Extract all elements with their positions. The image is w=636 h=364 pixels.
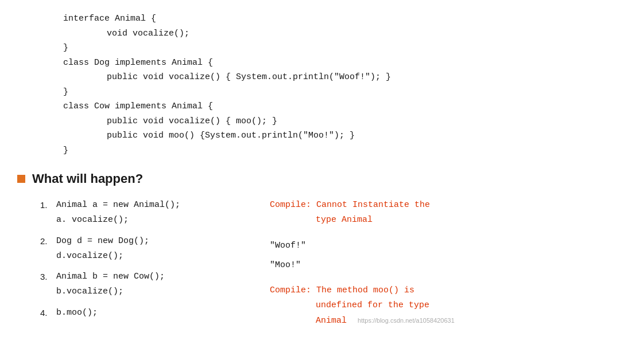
compile-message-2b: undefined for the type: [270, 300, 429, 310]
list-item: 3. Animal b = new Cow(); b.vocalize();: [40, 269, 247, 300]
section-title: What will happen?: [32, 171, 143, 186]
result-output-moo: "Moo!": [270, 258, 619, 273]
code-block: interface Animal { void vocalize(); } cl…: [17, 11, 619, 158]
section-header: What will happen?: [17, 171, 619, 186]
list-item: 4. b.moo();: [40, 306, 247, 320]
code-line-5: public void vocalize() { System.out.prin…: [63, 70, 619, 85]
code-line-9: public void moo() {System.out.println("M…: [63, 128, 619, 143]
item-code-2: Dog d = new Dog(); d.vocalize();: [56, 234, 149, 264]
item-number-3: 3.: [40, 269, 56, 300]
compile-message-1b: type Animal: [270, 215, 373, 225]
item-code-3: Animal b = new Cow(); b.vocalize();: [56, 269, 165, 300]
code-line-8: public void vocalize() { moo(); }: [63, 114, 619, 129]
code-line-6: }: [63, 85, 619, 100]
item-number-4: 4.: [40, 306, 56, 320]
item-number-1: 1.: [40, 198, 56, 228]
result-compile-1: Compile: Cannot Instantiate the type Ani…: [270, 198, 619, 228]
output-moo-text: "Moo!": [270, 260, 301, 270]
list-item: 2. Dog d = new Dog(); d.vocalize();: [40, 234, 247, 264]
content-area: 1. Animal a = new Animal(); a. vocalize(…: [17, 198, 619, 333]
result-compile-2: Compile: The method moo() is undefined f…: [270, 283, 619, 328]
code-line-2: void vocalize();: [63, 26, 619, 41]
item-number-2: 2.: [40, 234, 56, 264]
compile-message-1: Cannot Instantiate the: [316, 200, 430, 210]
code-line-3: }: [63, 41, 619, 56]
code-line-4: class Dog implements Animal {: [63, 56, 619, 71]
list-item: 1. Animal a = new Animal(); a. vocalize(…: [40, 198, 247, 228]
numbered-list: 1. Animal a = new Animal(); a. vocalize(…: [40, 198, 247, 333]
compile-message-2c: Animal: [270, 316, 347, 326]
compile-message-2a: The method moo() is: [316, 285, 414, 295]
result-output-woof: "Woof!": [270, 238, 619, 253]
code-line-10: }: [63, 143, 619, 158]
code-line-7: class Cow implements Animal {: [63, 99, 619, 114]
code-line-1: interface Animal {: [63, 11, 619, 26]
item-code-1: Animal a = new Animal(); a. vocalize();: [56, 198, 180, 228]
bullet-icon: [17, 175, 25, 183]
compile-label-2: Compile:: [270, 285, 316, 295]
watermark: https://blog.csdn.net/a1058420631: [352, 317, 455, 324]
results-area: Compile: Cannot Instantiate the type Ani…: [247, 198, 619, 333]
output-woof-text: "Woof!": [270, 241, 306, 251]
item-code-4: b.moo();: [56, 306, 98, 320]
compile-label-1: Compile:: [270, 200, 316, 210]
